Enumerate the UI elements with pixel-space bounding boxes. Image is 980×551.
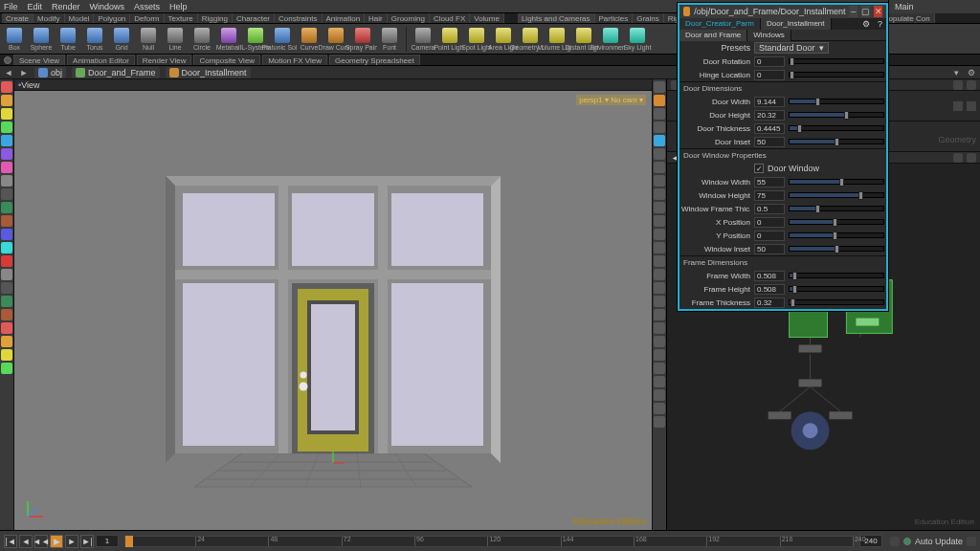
vtool-icon[interactable]	[654, 309, 665, 320]
vtool-icon[interactable]	[654, 202, 665, 213]
crumb-obj[interactable]: obj	[34, 67, 66, 78]
menu-help[interactable]: Help	[169, 2, 188, 11]
play-first-icon[interactable]: |◄	[4, 535, 17, 548]
pane-tab[interactable]: Render View	[137, 55, 192, 65]
vtool-icon[interactable]	[654, 242, 665, 253]
viewport[interactable]: persp1 ▾ No cam ▾	[14, 91, 652, 530]
vtool-icon[interactable]	[654, 255, 665, 267]
vtool-icon[interactable]	[1, 135, 12, 146]
door-window-checkbox[interactable]: ✓	[754, 164, 764, 173]
shelf-tab[interactable]: Texture	[165, 13, 198, 24]
nav-fwd-icon[interactable]: ►	[19, 68, 29, 77]
param-slider[interactable]	[789, 219, 884, 225]
shelf-tool[interactable]: Grid	[109, 25, 134, 54]
param-value[interactable]: 20.32	[754, 110, 785, 121]
path-gear-icon[interactable]: ⚙	[967, 68, 976, 77]
timeline-menu-icon[interactable]	[967, 537, 976, 546]
param-value[interactable]: 55	[754, 177, 785, 187]
vtool-icon[interactable]	[654, 188, 665, 200]
vtool-icon[interactable]	[1, 363, 12, 374]
camera-badge[interactable]: persp1 ▾ No cam ▾	[576, 95, 646, 105]
shelf-tool[interactable]: Box	[2, 25, 27, 54]
vtool-icon[interactable]	[654, 282, 665, 294]
shelf-tab[interactable]: Hair	[365, 13, 388, 24]
param-value[interactable]: 50	[754, 137, 785, 147]
shelf-tab[interactable]: Grains	[633, 13, 664, 24]
param-slider[interactable]	[789, 232, 884, 238]
shelf-tab[interactable]: Particles	[595, 13, 634, 24]
vtool-icon[interactable]	[1, 229, 12, 240]
shelf-tool[interactable]: Metaball	[216, 25, 241, 54]
param-slider[interactable]	[789, 286, 884, 292]
vtool-icon[interactable]	[1, 215, 12, 227]
play-back-icon[interactable]: ◄◄	[34, 535, 48, 548]
shelf-tab[interactable]: Rigging	[198, 13, 233, 24]
shelf-tab[interactable]: Animation	[323, 13, 366, 24]
vtool-icon[interactable]	[1, 309, 12, 320]
vtool-icon[interactable]	[654, 416, 665, 428]
play-last-icon[interactable]: ►|	[80, 535, 94, 548]
tab-door-creator-parm[interactable]: Door_Creator_Parm	[679, 18, 761, 30]
pane-tab[interactable]: Geometry Spreadsheet	[329, 55, 420, 65]
shelf-tab[interactable]: Character	[233, 13, 275, 24]
shelf-tab[interactable]: Deform	[130, 13, 164, 24]
play-next-icon[interactable]: ►	[65, 535, 78, 548]
param-value[interactable]: 9.144	[754, 97, 785, 107]
param-slider[interactable]	[789, 99, 884, 104]
vtool-icon[interactable]	[1, 108, 12, 120]
vtool-icon[interactable]	[654, 376, 665, 387]
pane-menu-icon[interactable]	[4, 56, 11, 64]
param-slider[interactable]	[789, 179, 884, 185]
shelf-tool[interactable]: Sphere	[29, 25, 54, 54]
vtool-icon[interactable]	[1, 242, 12, 253]
vtool-icon[interactable]	[1, 188, 12, 200]
shelf-tab[interactable]: Grooming	[388, 13, 430, 24]
pane-plus-icon[interactable]	[953, 80, 963, 90]
vtool-icon[interactable]	[654, 108, 665, 120]
menu-windows[interactable]: Windows	[90, 2, 125, 11]
vtool-icon[interactable]	[654, 403, 665, 414]
shelf-tab[interactable]: Modify	[33, 13, 65, 24]
shelf-tab[interactable]: Model	[65, 13, 95, 24]
param-value[interactable]: 0.4445	[754, 123, 785, 134]
vtool-icon[interactable]	[1, 148, 12, 160]
frame-current[interactable]: 1	[96, 535, 119, 547]
pane-tab[interactable]: Motion FX View	[262, 55, 327, 65]
param-value[interactable]: 0.5	[754, 204, 785, 214]
param-value[interactable]: 0.32	[754, 298, 785, 308]
shelf-tool[interactable]: Circle	[189, 25, 214, 54]
shelf-tool[interactable]: Spot Light	[464, 25, 489, 54]
vtool-icon[interactable]	[1, 349, 12, 361]
shelf-tool[interactable]: Font	[377, 25, 402, 54]
pane-tab[interactable]: Composite View	[193, 55, 260, 65]
vtool-icon[interactable]	[654, 363, 665, 374]
param-value[interactable]: 0	[754, 56, 785, 67]
param-value[interactable]: 0	[754, 217, 785, 228]
shelf-tab[interactable]: Cloud FX	[430, 13, 470, 24]
window-min-icon[interactable]: –	[849, 6, 858, 17]
param-slider[interactable]	[789, 299, 884, 305]
play-prev-icon[interactable]: ◄	[19, 535, 33, 548]
menu-file[interactable]: File	[4, 2, 18, 11]
param-value[interactable]: 75	[754, 190, 785, 201]
vtool-icon[interactable]	[654, 389, 665, 401]
window-close-icon[interactable]: ✕	[874, 6, 882, 17]
param-gear-icon[interactable]: ⚙	[858, 19, 874, 29]
param-slider[interactable]	[789, 72, 884, 77]
shelf-tab[interactable]: Constraints	[275, 13, 322, 24]
vtool-icon[interactable]	[1, 269, 12, 280]
param-slider[interactable]	[789, 273, 884, 278]
shelf-tool[interactable]: Environmen...	[598, 25, 623, 54]
menu-render[interactable]: Render	[52, 2, 80, 11]
vtool-icon[interactable]	[1, 81, 12, 93]
vtool-icon[interactable]	[1, 175, 12, 187]
vtool-icon[interactable]	[1, 121, 12, 133]
vtool-icon[interactable]	[654, 322, 665, 334]
shelf-tool[interactable]: Torus	[82, 25, 107, 54]
shelf-tool[interactable]: Point Light	[437, 25, 462, 54]
param-slider[interactable]	[789, 192, 884, 198]
shelf-tool[interactable]: Line	[163, 25, 188, 54]
vtool-icon[interactable]	[654, 215, 665, 227]
shelf-tool[interactable]: Tube	[56, 25, 80, 54]
param-value[interactable]: 0.508	[754, 271, 785, 281]
